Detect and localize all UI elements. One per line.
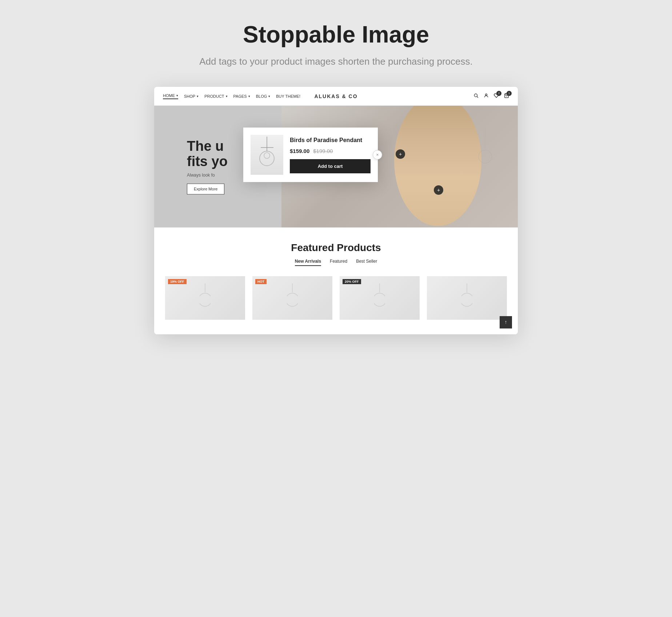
chevron-down-icon: ▾ (226, 94, 228, 98)
hero-text: The u fits yo Always look fo Explore Mor… (187, 139, 228, 195)
cart-badge: 1 (507, 91, 512, 96)
svg-point-18 (461, 293, 472, 306)
scroll-to-top-button[interactable]: ↑ (500, 316, 512, 328)
necklace-icon (287, 283, 298, 312)
product-image (427, 276, 507, 320)
products-section: Featured Products New Arrivals Featured … (154, 227, 518, 334)
search-icon[interactable] (473, 93, 479, 100)
svg-point-2 (485, 94, 487, 96)
featured-products-title: Featured Products (165, 242, 507, 254)
price-current: $159.00 (290, 148, 309, 154)
nav-item-home[interactable]: HOME ▾ (163, 93, 178, 99)
necklace-icon (200, 283, 211, 312)
nav-item-product[interactable]: PRODUCT ▾ (204, 94, 227, 98)
page-header: Stoppable Image Add tags to your product… (199, 22, 473, 69)
nav-item-shop[interactable]: SHOP ▾ (184, 94, 199, 98)
product-card[interactable]: HOT (252, 276, 332, 320)
wishlist-badge: 2 (496, 91, 501, 96)
hero-headline: The u fits yo (187, 139, 228, 169)
user-icon[interactable] (484, 93, 489, 100)
nav-bar: HOME ▾ SHOP ▾ PRODUCT ▾ PAGES ▾ BLOG ▾ B… (154, 87, 518, 106)
popup-info: Birds of Paradise Pendant $159.00 $199.0… (290, 137, 371, 173)
svg-point-9 (264, 153, 270, 158)
price-original: $199.00 (313, 148, 333, 154)
page-title: Stoppable Image (199, 22, 473, 47)
chevron-down-icon: ▾ (176, 94, 178, 97)
tab-best-seller[interactable]: Best Seller (356, 259, 377, 266)
product-card[interactable] (427, 276, 507, 320)
product-badge-hot: HOT (255, 279, 267, 284)
close-icon[interactable]: × (373, 150, 382, 160)
product-badge-sale: 19% OFF (168, 279, 187, 284)
necklace-icon (374, 283, 385, 312)
popup-product-image (251, 135, 283, 175)
add-to-cart-button[interactable]: Add to cart (290, 159, 371, 173)
hero-subline: Always look fo (187, 173, 228, 178)
nav-item-pages[interactable]: PAGES ▾ (233, 94, 250, 98)
chevron-down-icon: ▾ (268, 94, 270, 98)
nav-brand: ALUKAS & CO (314, 93, 357, 99)
product-popup: Birds of Paradise Pendant $159.00 $199.0… (243, 128, 378, 182)
svg-point-16 (374, 293, 385, 306)
model-silhouette (387, 106, 489, 227)
hero-section: The u fits yo Always look fo Explore Mor… (154, 106, 518, 227)
explore-more-button[interactable]: Explore More (187, 184, 224, 195)
pendant-image (257, 137, 277, 173)
jewelry-decoration (474, 128, 496, 193)
cart-icon[interactable]: 1 (504, 93, 509, 100)
svg-point-14 (287, 293, 298, 306)
chevron-down-icon: ▾ (248, 94, 250, 98)
chevron-down-icon: ▾ (197, 94, 199, 98)
product-badge-off: 20% OFF (343, 279, 361, 284)
nav-left: HOME ▾ SHOP ▾ PRODUCT ▾ PAGES ▾ BLOG ▾ B… (163, 93, 300, 99)
nav-right: 2 1 (473, 93, 509, 100)
necklace-icon (461, 283, 472, 312)
product-card[interactable]: 20% OFF (340, 276, 420, 320)
popup-product-name: Birds of Paradise Pendant (290, 137, 371, 144)
svg-point-5 (479, 150, 492, 163)
popup-prices: $159.00 $199.00 (290, 148, 371, 154)
wishlist-icon[interactable]: 2 (494, 93, 499, 100)
page-subtitle: Add tags to your product images shorten … (199, 55, 473, 69)
browser-window: HOME ▾ SHOP ▾ PRODUCT ▾ PAGES ▾ BLOG ▾ B… (154, 87, 518, 334)
svg-line-1 (477, 97, 478, 98)
svg-point-0 (474, 94, 477, 97)
nav-item-buy-theme[interactable]: BUY THEME! (276, 94, 300, 98)
products-tabs: New Arrivals Featured Best Seller (165, 259, 507, 266)
tab-new-arrivals[interactable]: New Arrivals (295, 259, 321, 266)
product-card[interactable]: 19% OFF (165, 276, 245, 320)
nav-item-blog[interactable]: BLOG ▾ (256, 94, 271, 98)
svg-point-12 (200, 293, 211, 306)
products-grid: 19% OFF HOT (165, 276, 507, 320)
tab-featured[interactable]: Featured (330, 259, 347, 266)
